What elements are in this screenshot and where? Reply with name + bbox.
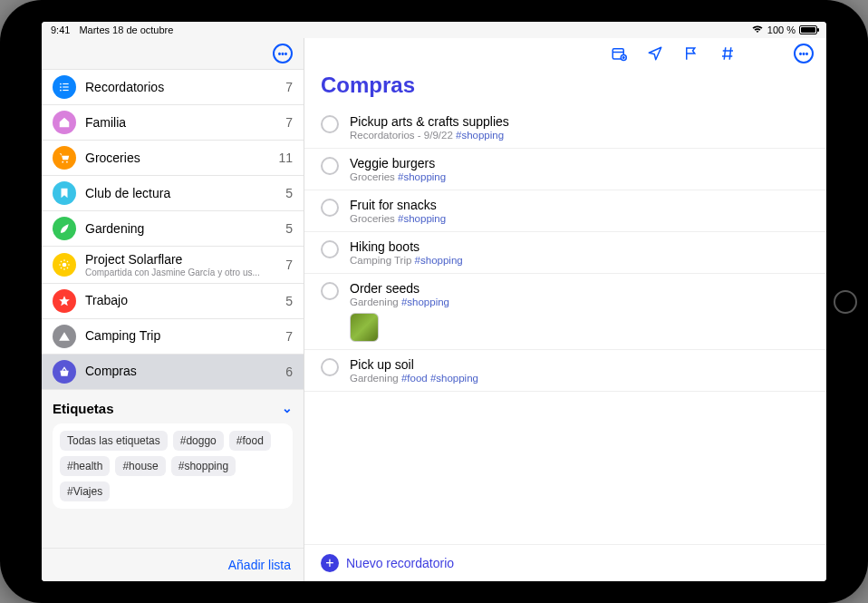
reminder-subtitle: Gardening #food #shopping xyxy=(350,373,810,384)
leaf-icon xyxy=(53,217,76,240)
tag-chip[interactable]: Todas las etiquetas xyxy=(60,431,168,451)
svg-rect-3 xyxy=(63,86,68,87)
reminder-item[interactable]: Order seedsGardening #shopping xyxy=(304,274,826,350)
sidebar-lists: Recordatorios7Familia7Groceries11Club de… xyxy=(42,69,304,390)
reminder-subtitle: Gardening #shopping xyxy=(350,297,810,307)
list-count: 7 xyxy=(285,80,293,94)
list-name: Recordatorios xyxy=(85,80,278,95)
tag-chip[interactable]: #food xyxy=(229,431,271,451)
tag-chip[interactable]: #shopping xyxy=(171,456,236,476)
basket-icon xyxy=(53,360,76,384)
sidebar-list-row[interactable]: Project SolarflareCompartida con Jasmine… xyxy=(42,247,304,284)
sidebar-list-row[interactable]: Familia7 xyxy=(42,105,304,141)
list-name: Club de lectura xyxy=(85,186,278,201)
complete-radio[interactable] xyxy=(321,282,339,300)
list-name: Groceries xyxy=(85,151,271,166)
list-name: Compras xyxy=(85,364,278,379)
reminder-item[interactable]: Pick up soilGardening #food #shopping xyxy=(304,350,826,392)
add-list-button[interactable]: Añadir lista xyxy=(228,558,291,572)
list-count: 5 xyxy=(285,186,293,200)
list-count: 5 xyxy=(285,294,293,308)
reminder-subtitle: Groceries #shopping xyxy=(350,171,810,182)
sidebar-list-row[interactable]: Recordatorios7 xyxy=(42,69,304,105)
list-count: 7 xyxy=(285,258,293,272)
cart-icon xyxy=(53,146,76,170)
svg-line-24 xyxy=(724,47,726,60)
svg-point-0 xyxy=(60,83,62,85)
list-count: 5 xyxy=(285,221,293,236)
flag-icon[interactable] xyxy=(683,45,699,62)
reminder-subtitle: Camping Trip #shopping xyxy=(350,255,810,266)
tag-chip[interactable]: #health xyxy=(60,456,110,476)
svg-line-14 xyxy=(67,267,68,268)
sidebar-list-row[interactable]: Camping Trip7 xyxy=(42,319,304,355)
svg-point-8 xyxy=(63,263,67,267)
sidebar-list-row[interactable]: Club de lectura5 xyxy=(42,176,304,211)
svg-line-16 xyxy=(67,261,68,262)
hashtag-icon[interactable] xyxy=(719,45,736,62)
sidebar-list-row[interactable]: Trabajo5 xyxy=(42,284,304,319)
page-title: Compras xyxy=(304,69,826,107)
reminder-title: Fruit for snacks xyxy=(350,198,810,212)
reminder-item[interactable]: Fruit for snacksGroceries #shopping xyxy=(304,190,826,232)
svg-line-15 xyxy=(61,267,62,268)
status-date: Martes 18 de octubre xyxy=(79,24,173,35)
complete-radio[interactable] xyxy=(321,115,339,133)
list-name: Gardening xyxy=(85,221,278,237)
plus-circle-icon: + xyxy=(321,554,339,572)
reminder-title: Order seeds xyxy=(350,281,810,296)
tent-icon xyxy=(53,325,76,348)
location-icon[interactable] xyxy=(647,45,663,62)
home-button[interactable] xyxy=(834,290,857,314)
main-more-button[interactable]: ••• xyxy=(794,44,814,63)
main-panel: ••• Compras Pickup arts & crafts supplie… xyxy=(304,38,826,581)
svg-line-25 xyxy=(729,47,731,60)
tag-chip[interactable]: #Viajes xyxy=(60,481,110,501)
main-toolbar: ••• xyxy=(304,38,826,69)
complete-radio[interactable] xyxy=(321,358,339,376)
new-reminder-button[interactable]: + Nuevo recordatorio xyxy=(304,544,826,581)
list-count: 11 xyxy=(278,151,293,165)
reminder-title: Pickup arts & crafts supplies xyxy=(350,114,810,129)
svg-point-6 xyxy=(62,161,63,163)
svg-point-4 xyxy=(60,90,62,92)
svg-rect-1 xyxy=(63,83,68,84)
list-name: Familia xyxy=(85,115,278,131)
reminder-subtitle: Recordatorios - 9/9/22 #shopping xyxy=(350,130,810,141)
tag-chip[interactable]: #house xyxy=(115,456,165,476)
reminder-title: Veggie burgers xyxy=(350,156,810,170)
list-name: Project Solarflare xyxy=(85,252,278,267)
reminder-title: Hiking boots xyxy=(350,239,810,254)
tags-header[interactable]: Etiquetas ⌄ xyxy=(53,397,293,423)
wifi-icon xyxy=(751,24,764,35)
battery-icon xyxy=(799,25,817,34)
new-reminder-label: Nuevo recordatorio xyxy=(346,556,454,570)
list-subtitle: Compartida con Jasmine García y otro us.… xyxy=(85,267,278,277)
reminder-subtitle: Groceries #shopping xyxy=(350,213,810,224)
svg-rect-5 xyxy=(63,90,68,91)
svg-point-2 xyxy=(60,86,62,88)
sidebar-list-row[interactable]: Compras6 xyxy=(42,355,304,390)
status-bar: 9:41 Martes 18 de octubre 100 % xyxy=(42,22,826,38)
reminder-items: Pickup arts & crafts suppliesRecordatori… xyxy=(304,107,826,544)
chevron-down-icon: ⌄ xyxy=(282,401,293,415)
reminder-title: Pick up soil xyxy=(350,357,810,372)
complete-radio[interactable] xyxy=(321,199,339,217)
reminder-item[interactable]: Pickup arts & crafts suppliesRecordatori… xyxy=(304,107,826,149)
calendar-add-icon[interactable] xyxy=(611,45,627,62)
reminder-item[interactable]: Veggie burgersGroceries #shopping xyxy=(304,149,826,190)
tags-title: Etiquetas xyxy=(53,401,114,416)
bookmark-icon xyxy=(53,181,76,205)
sidebar-more-button[interactable]: ••• xyxy=(273,44,293,63)
home-icon xyxy=(53,111,76,134)
list-count: 7 xyxy=(285,329,293,344)
sidebar-list-row[interactable]: Groceries11 xyxy=(42,141,304,176)
sidebar-list-row[interactable]: Gardening5 xyxy=(42,211,304,247)
sun-icon xyxy=(53,253,76,277)
tag-chip[interactable]: #doggo xyxy=(173,431,224,451)
list-count: 6 xyxy=(285,365,293,379)
reminder-thumbnail[interactable] xyxy=(350,313,379,342)
complete-radio[interactable] xyxy=(321,157,339,175)
reminder-item[interactable]: Hiking bootsCamping Trip #shopping xyxy=(304,232,826,274)
complete-radio[interactable] xyxy=(321,240,339,258)
